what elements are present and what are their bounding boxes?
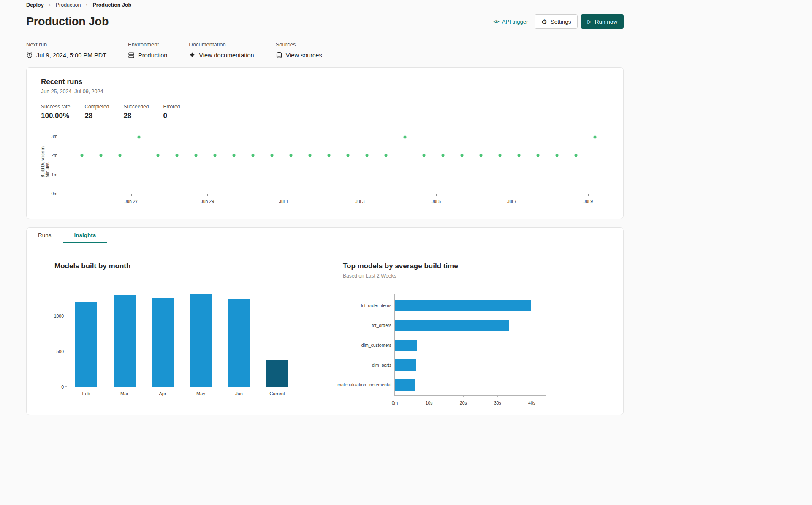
run-dot[interactable] [404, 136, 407, 139]
model-name-label: materialization_incremental [337, 382, 391, 387]
view-sources-link[interactable]: View sources [286, 52, 322, 59]
run-dot[interactable] [156, 154, 159, 157]
tab-insights[interactable]: Insights [63, 228, 108, 243]
x-category-label: Apr [159, 391, 166, 396]
month-bar [152, 298, 174, 387]
y-tick-label: 0m [51, 191, 57, 196]
job-info-bar: Next run Jul 9, 2024, 5:00 PM PDT Enviro… [26, 41, 624, 59]
breadcrumb-production[interactable]: Production [56, 2, 81, 8]
x-tick-label: Jul 5 [432, 199, 441, 204]
dbt-docs-icon [189, 52, 196, 59]
play-icon: ▷ [587, 19, 591, 24]
run-dot[interactable] [461, 154, 464, 157]
production-job-page: Deploy › Production › Production Job Pro… [0, 0, 812, 415]
x-tick-mark [436, 194, 437, 196]
run-dot[interactable] [442, 154, 445, 157]
api-trigger-link[interactable]: </> API trigger [493, 19, 528, 25]
next-run-label: Next run [26, 41, 106, 48]
stat-value: 28 [84, 112, 109, 120]
model-bar [395, 300, 531, 311]
job-detail-card: Runs Insights Models built by month 0500… [26, 227, 624, 415]
stat-label: Completed [84, 104, 109, 110]
gear-icon: ⚙ [541, 19, 547, 25]
code-icon: </> [493, 19, 499, 24]
recent-runs-date-range: Jun 25, 2024–Jul 09, 2024 [41, 89, 623, 95]
model-name-label: fct_order_items [361, 303, 391, 308]
breadcrumb-deploy[interactable]: Deploy [26, 2, 44, 8]
x-tick-label: 20s [460, 400, 467, 405]
breadcrumb-separator: › [49, 2, 51, 8]
stat-value: 100.00% [41, 112, 70, 120]
settings-button[interactable]: ⚙ Settings [535, 14, 578, 29]
breadcrumb: Deploy › Production › Production Job [26, 0, 624, 8]
tab-bar: Runs Insights [27, 228, 623, 243]
run-dot[interactable] [575, 154, 578, 157]
run-now-button[interactable]: ▷ Run now [581, 14, 624, 29]
run-dot[interactable] [366, 154, 369, 157]
top-models-plot: 0m10s20s30s40sfct_order_itemsfct_ordersd… [394, 294, 546, 396]
x-tick-label: Jul 9 [584, 199, 593, 204]
run-dot[interactable] [328, 154, 331, 157]
x-category-label: Jun [235, 391, 243, 396]
run-dot[interactable] [480, 154, 483, 157]
top-models-chart-title: Top models by average build time [343, 262, 546, 270]
run-dot[interactable] [80, 154, 83, 157]
month-bar [75, 302, 97, 387]
run-dot[interactable] [271, 154, 274, 157]
x-tick-label: 0m [392, 400, 398, 405]
run-dot[interactable] [118, 154, 121, 157]
stat-success-rate: Success rate 100.00% [41, 104, 70, 120]
next-run-value: Jul 9, 2024, 5:00 PM PDT [36, 52, 106, 59]
run-dot[interactable] [518, 154, 521, 157]
environment-icon [128, 52, 135, 59]
y-tick-mark [65, 386, 67, 387]
run-dot[interactable] [99, 154, 102, 157]
x-tick-label: Jun 29 [201, 199, 215, 204]
run-dot[interactable] [423, 154, 426, 157]
y-tick-mark [65, 316, 67, 316]
run-dot[interactable] [537, 154, 540, 157]
model-bar [395, 359, 416, 371]
run-dot[interactable] [251, 154, 254, 157]
next-run-column: Next run Jul 9, 2024, 5:00 PM PDT [26, 41, 119, 59]
run-dot[interactable] [213, 154, 216, 157]
model-bar [395, 340, 417, 351]
view-documentation-link[interactable]: View documentation [199, 52, 254, 59]
x-tick-mark [284, 194, 284, 196]
recent-runs-card: Recent runs Jun 25, 2024–Jul 09, 2024 Su… [26, 67, 624, 219]
y-tick-label: 2m [51, 153, 57, 158]
run-dot[interactable] [309, 154, 312, 157]
page-header: Production Job </> API trigger ⚙ Setting… [26, 13, 624, 30]
models-built-chart: Models built by month 05001000FebMarAprM… [54, 262, 296, 387]
environment-link[interactable]: Production [138, 52, 167, 59]
run-dot[interactable] [385, 154, 388, 157]
run-dot[interactable] [194, 154, 197, 157]
stat-errored: Errored 0 [163, 104, 180, 120]
x-tick-mark [131, 194, 132, 196]
y-tick-label: 1m [51, 172, 57, 177]
page-title: Production Job [26, 15, 109, 28]
run-now-label: Run now [595, 19, 617, 25]
run-dot[interactable] [290, 154, 293, 157]
run-dot[interactable] [175, 154, 178, 157]
breadcrumb-production-job: Production Job [92, 2, 131, 8]
month-bar [266, 360, 288, 387]
run-dot[interactable] [347, 154, 350, 157]
run-dot[interactable] [137, 136, 140, 139]
database-icon [276, 52, 282, 59]
y-tick-mark [65, 351, 67, 351]
run-dot[interactable] [594, 136, 597, 139]
x-category-label: Current [269, 391, 285, 396]
y-tick-label: 500 [56, 349, 64, 354]
run-dot[interactable] [556, 154, 559, 157]
stat-succeeded: Succeeded 28 [123, 104, 149, 120]
y-tick-label: 0 [61, 384, 64, 389]
tab-runs[interactable]: Runs [27, 228, 63, 243]
run-dot[interactable] [232, 154, 235, 157]
x-tick-label: 10s [426, 400, 433, 405]
model-name-label: dim_customers [361, 343, 391, 348]
run-dot[interactable] [499, 154, 502, 157]
month-bar [190, 294, 212, 387]
settings-label: Settings [551, 19, 571, 25]
month-bar [228, 299, 250, 387]
